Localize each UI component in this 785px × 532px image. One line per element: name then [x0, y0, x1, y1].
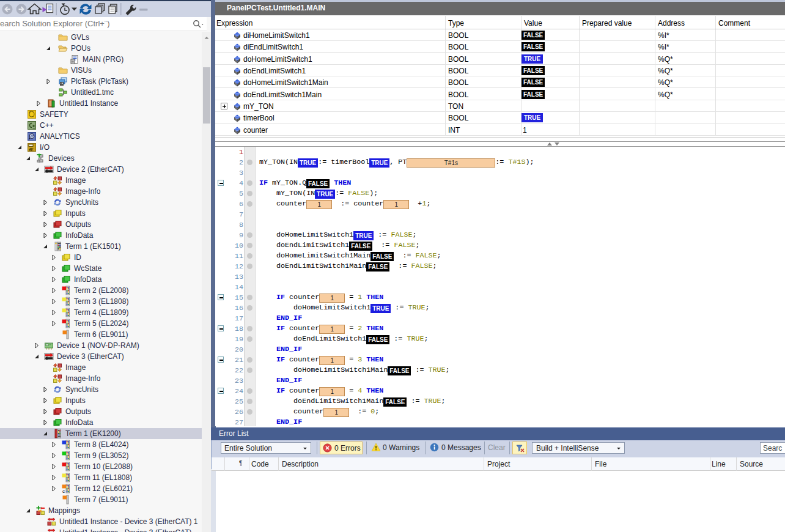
svg-text:c: c — [62, 489, 65, 494]
